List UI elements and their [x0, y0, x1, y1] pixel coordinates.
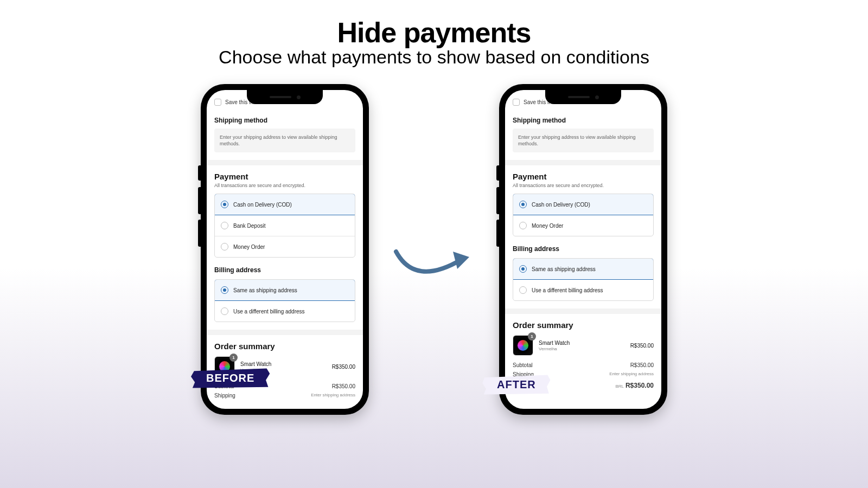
product-name: Smart Watch: [240, 361, 327, 367]
shipping-note: Enter your shipping address to view avai…: [513, 129, 654, 152]
checkbox-icon[interactable]: [513, 99, 520, 106]
arrow-icon: [388, 235, 480, 290]
radio-icon: [519, 286, 527, 294]
shipping-heading: Shipping method: [513, 117, 654, 124]
radio-icon: [221, 307, 228, 315]
before-badge: BEFORE: [191, 367, 270, 389]
option-label: Use a different billing address: [532, 287, 603, 293]
product-variant: Vermelha: [539, 346, 625, 351]
option-label: Same as shipping address: [233, 287, 297, 293]
option-label: Use a different billing address: [233, 309, 305, 314]
product-price: R$350.00: [332, 364, 355, 370]
payment-subheading: All transactions are secure and encrypte…: [513, 183, 654, 188]
billing-option-diff[interactable]: Use a different billing address: [513, 280, 653, 300]
radio-icon: [221, 222, 228, 229]
billing-options: Same as shipping address Use a different…: [214, 279, 355, 322]
phone-notch: [545, 90, 621, 104]
divider: [505, 309, 661, 314]
qty-badge: 1: [528, 332, 536, 341]
option-label: Bank Deposit: [233, 223, 265, 229]
option-label: Cash on Delivery (COD): [233, 202, 292, 208]
radio-icon: [221, 243, 228, 251]
billing-option-same[interactable]: Same as shipping address: [513, 258, 654, 280]
payment-option-money[interactable]: Money Order: [215, 236, 355, 257]
subtotal-row: SubtotalR$350.00: [513, 362, 654, 368]
phone-before: Save this information for next time Ship…: [201, 84, 369, 415]
product-thumb: 1: [513, 335, 533, 356]
page-title: Hide payments: [0, 16, 868, 49]
radio-icon: [519, 222, 527, 229]
after-badge: AFTER: [482, 374, 551, 395]
order-heading: Order summary: [214, 342, 355, 351]
page-subtitle: Choose what payments to show based on co…: [0, 47, 868, 68]
order-heading: Order summary: [513, 320, 654, 330]
radio-icon: [519, 265, 527, 273]
divider: [207, 330, 363, 335]
payment-options: Cash on Delivery (COD) Bank Deposit Mone…: [214, 194, 355, 258]
option-label: Money Order: [233, 244, 265, 250]
subtotal-label: Subtotal: [513, 362, 533, 368]
subtotal-value: R$350.00: [630, 362, 654, 368]
shipping-heading: Shipping method: [214, 117, 355, 124]
payment-heading: Payment: [214, 172, 355, 181]
option-label: Cash on Delivery (COD): [532, 202, 590, 208]
total-currency: BRL: [615, 384, 624, 389]
billing-option-same[interactable]: Same as shipping address: [214, 279, 355, 301]
payment-heading: Payment: [513, 172, 654, 181]
shipping-hint: Enter shipping address: [609, 371, 654, 377]
product-price: R$350.00: [630, 343, 654, 349]
billing-heading: Billing address: [513, 245, 654, 253]
payment-option-money[interactable]: Money Order: [513, 215, 653, 236]
billing-options: Same as shipping address Use a different…: [513, 258, 654, 301]
divider: [207, 160, 363, 165]
billing-heading: Billing address: [214, 266, 355, 274]
radio-icon: [519, 201, 527, 208]
payment-option-cod[interactable]: Cash on Delivery (COD): [214, 194, 355, 215]
shipping-note: Enter your shipping address to view avai…: [214, 129, 355, 152]
radio-icon: [221, 201, 228, 208]
payment-subheading: All transactions are secure and encrypte…: [214, 183, 355, 188]
subtotal-value: R$350.00: [332, 383, 355, 389]
divider: [505, 160, 661, 165]
qty-badge: 1: [229, 354, 238, 362]
radio-icon: [221, 286, 228, 294]
payment-options: Cash on Delivery (COD) Money Order: [513, 194, 654, 236]
shipping-label: Shipping: [214, 393, 235, 399]
option-label: Money Order: [532, 223, 563, 229]
payment-option-bank[interactable]: Bank Deposit: [215, 215, 355, 236]
shipping-hint: Enter shipping address: [311, 393, 355, 399]
phone-notch: [247, 90, 323, 104]
billing-option-diff[interactable]: Use a different billing address: [215, 301, 355, 322]
product-name: Smart Watch: [539, 340, 625, 346]
total-value: R$350.00: [626, 382, 654, 389]
shipping-row: ShippingEnter shipping address: [214, 393, 355, 399]
line-item: 1 Smart Watch Vermelha R$350.00: [513, 335, 654, 356]
checkbox-icon[interactable]: [214, 99, 221, 106]
phone-after: Save this information for next time Ship…: [499, 84, 667, 415]
option-label: Same as shipping address: [532, 266, 596, 272]
payment-option-cod[interactable]: Cash on Delivery (COD): [513, 194, 654, 215]
